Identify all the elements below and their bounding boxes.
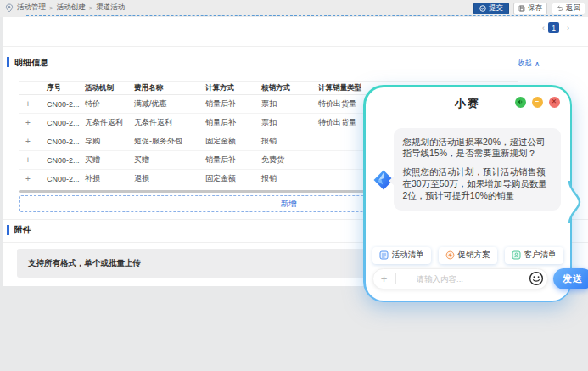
location-pin-icon [5,3,14,13]
assistant-message-bubble: 您规划的活动退损率20%，超过公司指导线15%，是否需要重新规划？ 按照您的活动… [394,128,561,211]
cell-verify-method: 票扣 [257,117,314,128]
message-input[interactable] [396,274,529,284]
section-accent-bar [7,225,9,235]
chip-customer-list[interactable]: 客户清单 [505,247,563,264]
collapse-toggle[interactable]: 收起 ∧ [518,59,540,69]
section-divider [3,46,588,47]
assistant-input-row: + 发送 [372,268,563,289]
chip-activity-list[interactable]: 活动清单 [372,247,431,264]
assistant-bubble-tail [566,181,581,223]
cell-mechanism: 导购 [81,136,130,147]
row-expand-icon[interactable]: + [19,137,42,146]
minimize-icon: − [535,98,540,105]
breadcrumb-separator: > [89,4,93,12]
header-verify-method: 核销方式 [257,83,314,93]
bubble-tail [389,176,395,186]
cell-seq: CN00-2... [42,100,81,109]
guide-dashed-line [26,15,582,16]
undo-arrow-icon [557,5,563,12]
cell-calc-method: 销量后补 [201,98,257,110]
save-label: 保存 [528,3,542,14]
back-label: 返回 [566,3,580,14]
chip-label: 活动清单 [392,250,424,261]
breadcrumb-item-activity-create[interactable]: 活动创建 [57,3,86,13]
save-disk-icon [518,5,525,12]
header-fee-name: 费用名称 [130,83,201,93]
cell-calc-method: 销量后补 [201,155,257,166]
header-mechanism: 活动机制 [81,83,130,93]
submit-label: 提交 [489,3,503,14]
cell-seq: CN00-2... [42,175,81,183]
cell-seq: CN00-2... [42,119,81,127]
breadcrumb-item-channel-activity[interactable]: 渠道活动 [96,3,125,13]
chip-label: 客户清单 [524,250,557,261]
assistant-widget: 小赛 − ✕ [363,85,572,302]
pagination-next-button[interactable]: › [563,22,574,33]
close-button[interactable]: ✕ [549,97,560,108]
cell-mechanism: 特价 [81,98,130,110]
attachment-section-title: 附件 [14,224,31,236]
row-expand-icon[interactable]: + [19,118,42,127]
breadcrumb-separator: > [49,4,53,12]
cell-fee-name: 短促-服务外包 [130,136,201,147]
detail-section-title: 明细信息 [14,57,48,69]
section-accent-bar [7,57,9,67]
cell-fee-name: 满减/优惠 [130,98,201,110]
cell-verify-method: 票扣 [257,98,314,110]
chevron-up-icon: ∧ [535,59,540,68]
assistant-message: 按照您的活动计划，预计活动销售额在30万至50万，如果增加导购员数量2位，预计可… [403,166,552,202]
cell-fee-name: 退损 [130,173,201,184]
cell-calc-method: 固定金额 [201,173,257,184]
emoji-button[interactable] [529,271,544,286]
cell-calc-method: 固定金额 [201,136,257,147]
cell-verify-method: 免费货 [257,155,314,166]
submit-button[interactable]: 提交 [473,3,509,14]
cell-mechanism: 补损 [81,173,130,184]
save-button[interactable]: 保存 [513,3,547,14]
header-calc-method: 计算方式 [201,83,257,93]
pagination-current-page[interactable]: 1 [548,22,559,33]
cell-seq: CN00-2... [42,138,81,146]
cell-seq: CN00-2... [42,156,81,165]
row-expand-icon[interactable]: + [19,155,42,165]
assistant-message: 您规划的活动退损率20%，超过公司指导线15%，是否需要重新规划？ [403,137,552,160]
check-circle-icon [479,5,486,12]
cell-fee-name: 买赠 [130,155,201,166]
row-expand-icon[interactable]: + [19,174,42,183]
minimize-button[interactable]: − [532,97,543,108]
assistant-window-controls: − ✕ [515,97,560,108]
quick-action-chips: 活动清单 促销方案 客户清单 [372,247,563,264]
top-bar: 活动管理 > 活动创建 > 渠道活动 提交 保存 [0,0,588,17]
app-window: 活动管理 > 活动创建 > 渠道活动 提交 保存 [0,0,588,371]
cell-fee-name: 无条件返利 [130,117,201,128]
speaker-icon [517,98,524,105]
cell-verify-method: 报销 [257,136,314,147]
row-expand-icon[interactable]: + [19,99,42,109]
voice-button[interactable] [515,97,526,108]
close-icon: ✕ [552,98,557,105]
activity-list-icon [379,250,389,260]
collapse-label: 收起 [518,59,532,69]
chip-promo-plan[interactable]: 促销方案 [439,247,497,264]
cell-mechanism: 无条件返利 [81,117,130,128]
chip-label: 促销方案 [458,250,490,261]
cell-verify-method: 报销 [257,173,314,184]
customer-badge-icon [512,250,521,260]
send-button[interactable]: 发送 [553,268,588,289]
back-button[interactable]: 返回 [552,3,585,14]
cell-mechanism: 买赠 [81,155,130,166]
promotion-seal-icon [445,250,455,260]
upload-hint: 支持所有格式，单个或批量上传 [28,258,141,269]
attach-plus-button[interactable]: + [373,273,395,285]
breadcrumb: 活动管理 > 活动创建 > 渠道活动 [5,3,125,13]
header-seq: 序号 [42,83,81,93]
cell-calc-method: 销量后补 [201,117,257,128]
breadcrumb-item-activity-management[interactable]: 活动管理 [17,3,46,13]
message-input-pill: + [372,268,548,289]
assistant-panel: 小赛 − ✕ [366,87,570,301]
